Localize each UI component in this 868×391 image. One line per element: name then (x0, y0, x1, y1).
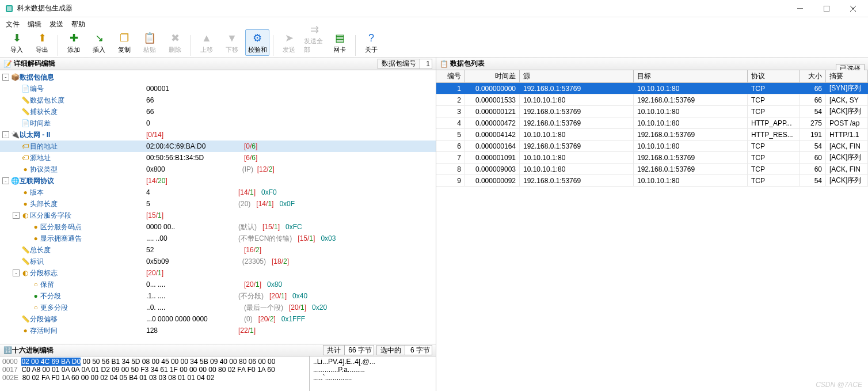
tree-row[interactable]: -◐ 分段标志[20/1] (0, 267, 436, 279)
col-大小[interactable]: 大小 (800, 70, 826, 82)
tree-row[interactable]: 📏 数据包长度66 (0, 94, 436, 106)
tree-value: 02:00:4C:69:BA:D0 (146, 142, 238, 150)
toolbar-添加[interactable]: ✚添加 (62, 29, 86, 56)
tree-row[interactable]: ● 头部长度5(20) [14/1] 0x0F (0, 198, 436, 210)
col-源[interactable]: 源 (520, 70, 634, 82)
tree-value: 0 (146, 119, 238, 127)
tree-value: ...0 0000 0000 0000 (146, 315, 238, 323)
col-编号[interactable]: 编号 (436, 70, 465, 82)
toolbar-插入[interactable]: ↘插入 (87, 29, 111, 56)
tree-label: 互联网协议 (20, 176, 146, 186)
packet-row[interactable]: 70.00000109110.10.10.1:80192.168.0.1:537… (436, 152, 868, 164)
toolbar-网卡[interactable]: ▤网卡 (328, 29, 352, 56)
packet-row[interactable]: 30.000000121192.168.0.1:5376910.10.10.1:… (436, 106, 868, 117)
menu-0[interactable]: 文件 (6, 20, 20, 29)
col-协议[interactable]: 协议 (748, 70, 800, 82)
tree-icon: ● (21, 165, 30, 173)
tree-icon: 🏷 (21, 154, 30, 162)
tree-row[interactable]: 📄 编号000001 (0, 83, 436, 94)
tree-row[interactable]: ● 显示拥塞通告.... ..00(不带ECN的传输) [15/1] 0x03 (0, 233, 436, 244)
packet-row[interactable]: 40.000000472192.168.0.1:5376910.10.10.1:… (436, 117, 868, 129)
tree-row[interactable]: -🔌 以太网 - II[0/14] (0, 129, 436, 141)
tree-row[interactable]: 📏 捕获长度66 (0, 106, 436, 117)
tree-label: 编号 (30, 84, 146, 94)
tree-icon: ○ (31, 280, 40, 288)
tree-label: 不分段 (40, 291, 146, 301)
hex-body[interactable]: 0000 02 00 4C 69 BA D0 00 50 56 B1 34 5D… (0, 356, 436, 391)
tree-row[interactable]: 🏷 目的地址02:00:4C:69:BA:D0 [0/6] (0, 141, 436, 152)
tree-row[interactable]: 📏 分段偏移...0 0000 0000 0000 (0) [20/2] 0x1… (0, 313, 436, 325)
tree-row[interactable]: ● 协议类型0x800 (IP) [12/2] (0, 164, 436, 175)
toolbar-导入[interactable]: ⬇导入 (5, 29, 29, 56)
tree-value: 4 (146, 188, 238, 196)
tree-icon: ◐ (21, 211, 30, 219)
toolbar-复制[interactable]: ❐复制 (112, 29, 136, 56)
tree-icon: ● (21, 188, 30, 196)
tree-icon: 🌐 (10, 177, 20, 185)
packet-rows[interactable]: 10.000000000192.168.0.1:5376910.10.10.1:… (436, 83, 868, 391)
tree-icon: ● (31, 234, 40, 242)
toolbar-label: 下移 (226, 45, 238, 54)
toolbar-icon: 📋 (143, 31, 157, 45)
tree-row[interactable]: ● 版本4[14/1] 0xF0 (0, 187, 436, 198)
toolbar-校验和[interactable]: ⚙校验和 (245, 29, 269, 56)
menu-1[interactable]: 编辑 (28, 20, 41, 29)
tree-row[interactable]: ○ 更多分段..0. .... (最后一个段) [20/1] 0x20 (0, 302, 436, 313)
tree-value: 52 (146, 246, 238, 254)
tree-icon: ◐ (21, 269, 30, 277)
toolbar-icon: ▤ (333, 31, 347, 45)
packet-row[interactable]: 20.00000153310.10.10.1:80192.168.0.1:537… (436, 94, 868, 106)
tree-value: 0000 00.. (146, 223, 238, 231)
col-时间差[interactable]: 时间差 (465, 70, 520, 82)
col-目标[interactable]: 目标 (634, 70, 748, 82)
menu-3[interactable]: 帮助 (71, 20, 85, 29)
hex-sel-value: 6 字节 (405, 345, 432, 355)
tree-toggle[interactable]: - (2, 177, 9, 184)
packet-row[interactable]: 10.000000000192.168.0.1:5376910.10.10.1:… (436, 83, 868, 94)
tree-toggle[interactable]: - (2, 74, 9, 81)
tree-toggle[interactable]: - (13, 212, 20, 219)
tree-row[interactable]: ○ 保留0... .... [20/1] 0x80 (0, 279, 436, 290)
tree-row[interactable]: ● 不分段.1.. ....(不分段) [20/1] 0x40 (0, 290, 436, 302)
tree-row[interactable]: -◐ 区分服务字段[15/1] (0, 210, 436, 221)
tree-row[interactable]: ● 存活时间128[22/1] (0, 325, 436, 336)
packet-list-title: 数据包列表 (450, 59, 836, 69)
tree-icon: 🏷 (21, 142, 30, 150)
packet-row[interactable]: 90.000000092192.168.0.1:5376910.10.10.1:… (436, 175, 868, 187)
tree-row[interactable]: 🏷 源地址00:50:56:B1:34:5D [6/6] (0, 152, 436, 164)
tree-row[interactable]: 📏 总长度52 [16/2] (0, 244, 436, 256)
hex-sel-label: 选中的 (376, 345, 405, 355)
tree-row[interactable]: 📏 标识0x5b09 (23305) [18/2] (0, 256, 436, 267)
packet-row[interactable]: 50.00000414210.10.10.1:80192.168.0.1:537… (436, 129, 868, 141)
tree-label: 数据包长度 (30, 96, 146, 105)
toolbar-sep (191, 35, 191, 56)
col-摘要[interactable]: 摘要 (826, 70, 868, 82)
tree-row[interactable]: -🌐 互联网协议[14/20] (0, 175, 436, 187)
menu-2[interactable]: 发送 (50, 20, 63, 29)
tree-row[interactable]: ● 区分服务码点0000 00..(默认) [15/1] 0xFC (0, 221, 436, 233)
toolbar-下移: ▼下移 (220, 29, 244, 56)
toolbar-label: 导入 (10, 45, 23, 54)
packet-columns[interactable]: 编号时间差源目标协议大小摘要 (436, 70, 868, 83)
tree-icon: ● (31, 223, 40, 231)
tree-toggle[interactable]: - (13, 269, 20, 276)
minimize-button[interactable] (792, 3, 808, 14)
tree-label: 更多分段 (40, 303, 146, 313)
tree-label: 目的地址 (30, 142, 146, 151)
decoder-tree[interactable]: -📦 数据包信息📄 编号000001📏 数据包长度66📏 捕获长度66📄 时间差… (0, 70, 436, 344)
packet-row[interactable]: 60.000000164192.168.0.1:5376910.10.10.1:… (436, 141, 868, 152)
maximize-button[interactable] (818, 3, 835, 14)
toolbar-sep (273, 35, 273, 56)
toolbar-icon: ⚙ (250, 31, 264, 45)
close-button[interactable] (845, 3, 861, 14)
packet-row[interactable]: 80.00000900310.10.10.1:80192.168.0.1:537… (436, 164, 868, 175)
packet-number-value[interactable]: 1 (420, 59, 432, 69)
tree-icon: ● (31, 292, 40, 300)
toolbar-icon: ? (364, 31, 378, 45)
toolbar-关于[interactable]: ?关于 (359, 29, 383, 56)
toolbar-导出[interactable]: ⬆导出 (30, 29, 54, 56)
tree-toggle[interactable]: - (2, 131, 9, 138)
tree-row[interactable]: -📦 数据包信息 (0, 71, 436, 83)
app-icon (5, 4, 14, 13)
tree-row[interactable]: 📄 时间差0 (0, 117, 436, 129)
